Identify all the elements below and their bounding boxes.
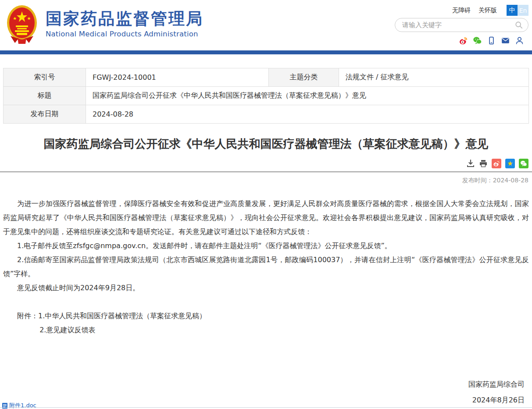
footer-attachment-link[interactable]: 附件1.doc	[2, 402, 36, 409]
mobile-icon[interactable]	[487, 36, 496, 45]
search-bar	[395, 18, 528, 32]
meta-label-pubdate: 发布日期	[4, 105, 86, 124]
mail-icon[interactable]	[501, 36, 510, 45]
weibo-icon[interactable]	[459, 36, 468, 45]
header-social-icons	[459, 36, 524, 45]
attachments-block: 附件：1.中华人民共和国医疗器械管理法（草案征求意见稿） 2.意见建议反馈表	[3, 309, 529, 337]
title-divider	[0, 171, 532, 172]
meta-value-title: 国家药监局综合司公开征求《中华人民共和国医疗器械管理法（草案征求意见稿）》意见	[86, 87, 529, 105]
search-icon[interactable]	[515, 21, 523, 29]
publish-time-label: 发布时间：	[462, 177, 493, 184]
footer-divider	[0, 407, 532, 408]
paragraph: 2.信函邮寄至国家药品监督管理局政策法规司（北京市西城区展览路街道北露园1号，邮…	[3, 253, 529, 281]
paragraph: 为进一步加强医疗器械监督管理，保障医疗器械安全有效和促进产业高质量发展，更好满足…	[3, 197, 529, 239]
star-glyph: ★	[507, 160, 513, 167]
site-header: 国家药品监督管理局 National Medical Products Admi…	[0, 0, 532, 50]
weibo-share-icon[interactable]	[492, 159, 501, 168]
lang-en-button[interactable]: En	[518, 5, 528, 16]
attachment-line: 2.意见建议反馈表	[3, 323, 529, 337]
wechat-icon[interactable]	[473, 36, 482, 45]
meta-label-title: 标题	[4, 87, 86, 105]
paragraph: 1.电子邮件反馈至zfsfgc@nmpa.gov.cn。发送邮件时，请在邮件主题…	[3, 239, 529, 253]
article-body: 为进一步加强医疗器械监督管理，保障医疗器械安全有效和促进产业高质量发展，更好满足…	[3, 197, 529, 407]
article-toolbar: ★	[0, 159, 528, 168]
meta-value-category: 法规文件 / 征求意见	[339, 68, 529, 87]
header-divider-bar	[0, 50, 532, 54]
publish-time-value: 2024-08-28	[493, 177, 528, 184]
meta-value-pubdate: 2024-08-28	[86, 105, 529, 124]
paragraph: 意见反馈截止时间为2024年9月28日。	[3, 281, 529, 295]
language-toggle: 中 En	[507, 5, 528, 16]
table-row: 索引号 FGWJ-2024-10001 主题分类 法规文件 / 征求意见	[4, 68, 529, 87]
print-icon[interactable]	[479, 159, 488, 168]
attachments-label: 附件：	[17, 312, 38, 320]
site-title: 国家药品监督管理局	[46, 10, 204, 28]
meta-label-category: 主题分类	[269, 68, 339, 87]
page-title: 国家药监局综合司公开征求《中华人民共和国医疗器械管理法（草案征求意见稿）》意见	[0, 137, 532, 152]
signature-date: 2024年8月26日	[3, 393, 525, 407]
site-title-en: National Medical Products Administration	[46, 30, 204, 38]
attachment-line: 附件：1.中华人民共和国医疗器械管理法（草案征求意见稿）	[3, 309, 529, 323]
header-top-links: 无障碍 关怀版 中 En	[444, 5, 528, 16]
meta-label-index: 索引号	[4, 68, 86, 87]
footer-attachment-label: 附件1.doc	[9, 402, 36, 409]
attachment-item-1[interactable]: 1.中华人民共和国医疗器械管理法（草案征求意见稿）	[38, 312, 206, 320]
care-version-link[interactable]: 关怀版	[478, 7, 497, 14]
signature-block: 国家药监局综合司 2024年8月26日	[3, 377, 529, 407]
search-input[interactable]	[402, 21, 515, 29]
site-brand: 国家药品监督管理局 National Medical Products Admi…	[6, 4, 204, 44]
accessibility-link[interactable]: 无障碍	[452, 7, 471, 14]
qzone-share-icon[interactable]: ★	[505, 159, 515, 168]
document-meta-table: 索引号 FGWJ-2024-10001 主题分类 法规文件 / 征求意见 标题 …	[3, 68, 529, 124]
download-icon[interactable]	[466, 159, 475, 168]
table-row: 标题 国家药监局综合司公开征求《中华人民共和国医疗器械管理法（草案征求意见稿）》…	[4, 87, 529, 105]
user-icon[interactable]	[515, 36, 524, 45]
publish-time: 发布时间：2024-08-28	[0, 177, 528, 185]
attachment-item-2[interactable]: 2.意见建议反馈表	[39, 326, 95, 334]
lang-zh-button[interactable]: 中	[507, 5, 518, 16]
meta-value-index: FGWJ-2024-10001	[86, 68, 269, 87]
wechat-share-icon[interactable]	[519, 159, 528, 168]
doc-file-icon	[2, 402, 8, 409]
table-row: 发布日期 2024-08-28	[4, 105, 529, 124]
national-emblem-logo	[6, 4, 38, 44]
signature-org: 国家药监局综合司	[3, 377, 525, 391]
